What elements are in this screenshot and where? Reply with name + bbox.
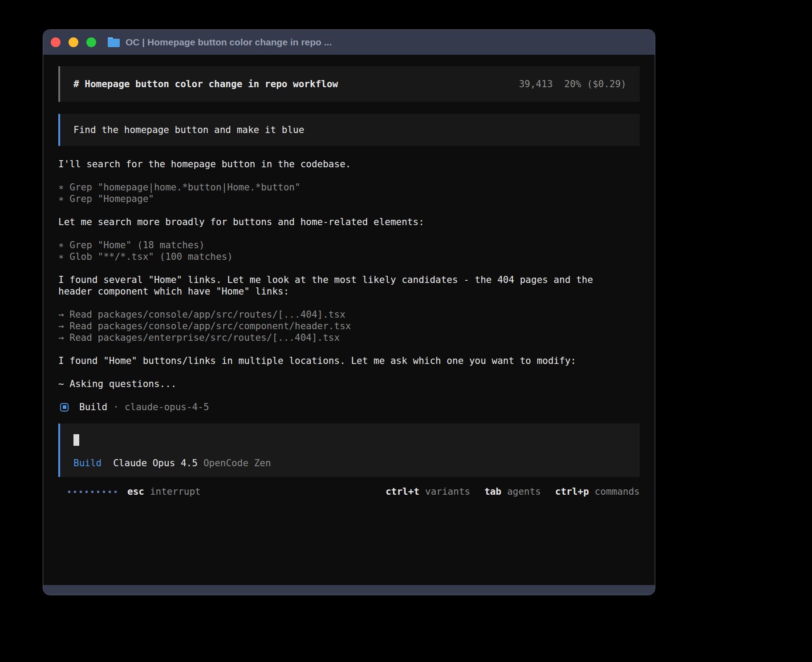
model-indicator[interactable]: Claude Opus 4.5 bbox=[113, 457, 198, 469]
progress-dot bbox=[114, 491, 117, 493]
folder-icon bbox=[108, 37, 120, 47]
shortcut-label: commands bbox=[595, 486, 640, 497]
agent-model: claude-opus-4-5 bbox=[125, 401, 209, 413]
input-statusline: Build Claude Opus 4.5 OpenCode Zen bbox=[73, 457, 626, 469]
tool-calls: ∗ Grep "homepage|home.*button|Home.*butt… bbox=[58, 182, 640, 205]
session-header: # Homepage button color change in repo w… bbox=[58, 66, 640, 102]
tool-call-grep: ∗ Grep "homepage|home.*button|Home.*butt… bbox=[58, 182, 640, 193]
separator-dot: · bbox=[113, 401, 119, 413]
progress-dots bbox=[68, 491, 117, 493]
session-stats: 39,413 20% ($0.29) bbox=[519, 78, 626, 90]
close-window-button[interactable] bbox=[51, 37, 61, 47]
minimize-window-button[interactable] bbox=[69, 37, 78, 47]
shortcut-key: tab bbox=[484, 486, 501, 497]
progress-dot bbox=[109, 491, 111, 493]
transcript-line: header component which have "Home" links… bbox=[58, 286, 640, 297]
maximize-window-button[interactable] bbox=[86, 37, 96, 47]
tool-calls: → Read packages/console/app/src/routes/[… bbox=[58, 309, 640, 343]
footer: esc interrupt ctrl+t variants tab agents… bbox=[58, 486, 640, 497]
window-title: OC | Homepage button color change in rep… bbox=[126, 37, 332, 48]
tool-call-glob: ∗ Glob "**/*.tsx" (100 matches) bbox=[58, 251, 640, 262]
agent-status-row: Build · claude-opus-4-5 bbox=[58, 401, 640, 413]
shortcut-variants: ctrl+t variants bbox=[386, 486, 470, 497]
shortcut-agents: tab agents bbox=[484, 486, 541, 497]
agent-name: Build bbox=[79, 401, 107, 413]
progress-dot bbox=[68, 491, 70, 493]
provider-indicator: OpenCode Zen bbox=[203, 457, 271, 469]
session-cost: ($0.29) bbox=[587, 78, 626, 90]
tool-call-read: → Read packages/enterprise/src/routes/[.… bbox=[58, 332, 640, 343]
transcript-line: Let me search more broadly for buttons a… bbox=[58, 216, 640, 228]
text-cursor bbox=[73, 434, 79, 446]
assistant-text: I found "Home" buttons/links in multiple… bbox=[58, 355, 640, 367]
shortcut-label: variants bbox=[425, 486, 470, 497]
transcript-line: I found "Home" buttons/links in multiple… bbox=[58, 355, 640, 367]
assistant-text: I'll search for the homepage button in t… bbox=[58, 158, 640, 170]
titlebar: OC | Homepage button color change in rep… bbox=[43, 30, 655, 55]
progress-dot bbox=[103, 491, 105, 493]
mode-indicator[interactable]: Build bbox=[73, 457, 102, 469]
context-percent: 20% bbox=[564, 78, 581, 90]
traffic-lights bbox=[51, 37, 96, 47]
shortcut-commands: ctrl+p commands bbox=[555, 486, 640, 497]
terminal[interactable]: # Homepage button color change in repo w… bbox=[43, 55, 655, 585]
shortcut-key: ctrl+t bbox=[386, 486, 419, 497]
tool-call-grep: ∗ Grep "Home" (18 matches) bbox=[58, 239, 640, 251]
tool-call-grep: ∗ Grep "Homepage" bbox=[58, 193, 640, 205]
progress-dot bbox=[97, 491, 99, 493]
tool-calls: ∗ Grep "Home" (18 matches) ∗ Glob "**/*.… bbox=[58, 239, 640, 262]
tool-call-read: → Read packages/console/app/src/routes/[… bbox=[58, 309, 640, 320]
app-window: OC | Homepage button color change in rep… bbox=[43, 29, 655, 595]
shortcut-key: ctrl+p bbox=[555, 486, 589, 497]
user-message-text: Find the homepage button and make it blu… bbox=[73, 125, 304, 135]
progress-dot bbox=[74, 491, 76, 493]
footer-shortcuts: ctrl+t variants tab agents ctrl+p comman… bbox=[386, 486, 640, 497]
progress-dot bbox=[80, 491, 82, 493]
assistant-text: I found several "Home" links. Let me loo… bbox=[58, 274, 640, 297]
progress-dot bbox=[91, 491, 93, 493]
shortcut-label: agents bbox=[507, 486, 541, 497]
token-count: 39,413 bbox=[519, 78, 553, 90]
window-bottom-chrome bbox=[43, 585, 655, 595]
prompt-input[interactable]: Build Claude Opus 4.5 OpenCode Zen bbox=[58, 424, 640, 477]
tool-call-read: → Read packages/console/app/src/componen… bbox=[58, 320, 640, 332]
input-line[interactable] bbox=[73, 434, 626, 446]
progress-dot bbox=[85, 491, 88, 493]
status-text: ~ Asking questions... bbox=[58, 378, 640, 390]
build-agent-icon bbox=[60, 403, 69, 412]
esc-key-hint: esc bbox=[127, 486, 144, 497]
session-title: # Homepage button color change in repo w… bbox=[73, 78, 338, 90]
user-message: Find the homepage button and make it blu… bbox=[58, 114, 640, 146]
interrupt-label: interrupt bbox=[150, 486, 201, 497]
transcript-line: I found several "Home" links. Let me loo… bbox=[58, 274, 640, 286]
status-line: ~ Asking questions... bbox=[58, 378, 640, 390]
transcript-line: I'll search for the homepage button in t… bbox=[58, 158, 640, 170]
assistant-text: Let me search more broadly for buttons a… bbox=[58, 216, 640, 228]
